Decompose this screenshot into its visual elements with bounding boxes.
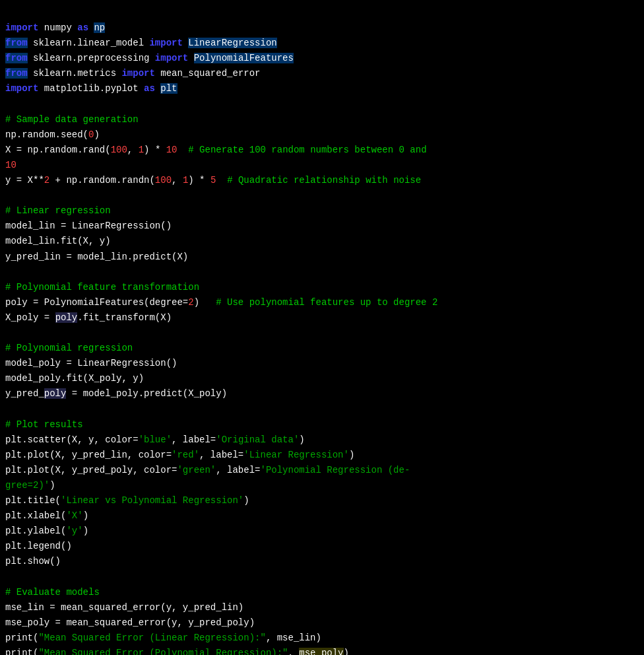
line-print-poly: print("Mean Squared Error (Polynomial Re… [5,648,349,655]
line-from-linear: from sklearn.linear_model import LinearR… [5,38,277,48]
line-plot-poly-cont: gree=2)') [5,480,55,491]
line-comment-eval: # Evaluate models [5,587,100,598]
line-show: plt.show() [5,556,61,567]
line-xlabel: plt.xlabel('X') [5,510,88,521]
line-import-numpy: import numpy as np [5,22,105,33]
line-scatter: plt.scatter(X, y, color='blue', label='O… [5,434,305,445]
line-ylabel: plt.ylabel('y') [5,526,88,536]
line-plot-poly: plt.plot(X, y_pred_poly, color='green', … [5,465,410,475]
line-X: X = np.random.rand(100, 1) * 10 # Genera… [5,145,427,155]
line-comment-sample: # Sample data generation [5,114,139,125]
line-comment-poly-transform: # Polynomial feature transformation [5,282,199,293]
line-model-lin-fit: model_lin.fit(X, y) [5,236,111,246]
line-comment-plot: # Plot results [5,419,83,430]
line-mse-poly: mse_poly = mean_squared_error(y, y_pred_… [5,617,255,628]
line-print-lin: print("Mean Squared Error (Linear Regres… [5,633,321,643]
line-y-pred-lin: y_pred_lin = model_lin.predict(X) [5,252,188,262]
line-plot-lin: plt.plot(X, y_pred_lin, color='red', lab… [5,450,354,460]
line-x-poly: X_poly = poly.fit_transform(X) [5,312,172,323]
line-comment-poly-reg: # Polynomial regression [5,343,133,353]
line-y-pred-poly: y_pred_poly = model_poly.predict(X_poly) [5,388,227,399]
code-editor: import numpy as np from sklearn.linear_m… [0,3,644,655]
line-title: plt.title('Linear vs Polynomial Regressi… [5,495,249,506]
line-model-lin: model_lin = LinearRegression() [5,221,172,231]
line-comment-linear: # Linear regression [5,205,111,216]
line-model-poly: model_poly = LinearRegression() [5,358,177,368]
line-10: 10 [5,160,16,170]
line-from-metrics: from sklearn.metrics import mean_squared… [5,68,261,79]
line-y: y = X**2 + np.random.randn(100, 1) * 5 #… [5,175,421,186]
line-model-poly-fit: model_poly.fit(X_poly, y) [5,373,144,384]
line-import-matplotlib: import matplotlib.pyplot as plt [5,83,177,94]
line-from-preprocessing: from sklearn.preprocessing import Polyno… [5,53,294,63]
line-poly: poly = PolynomialFeatures(degree=2) # Us… [5,297,437,308]
line-seed: np.random.seed(0) [5,129,100,140]
line-legend: plt.legend() [5,541,72,551]
line-mse-lin: mse_lin = mean_squared_error(y, y_pred_l… [5,602,243,613]
